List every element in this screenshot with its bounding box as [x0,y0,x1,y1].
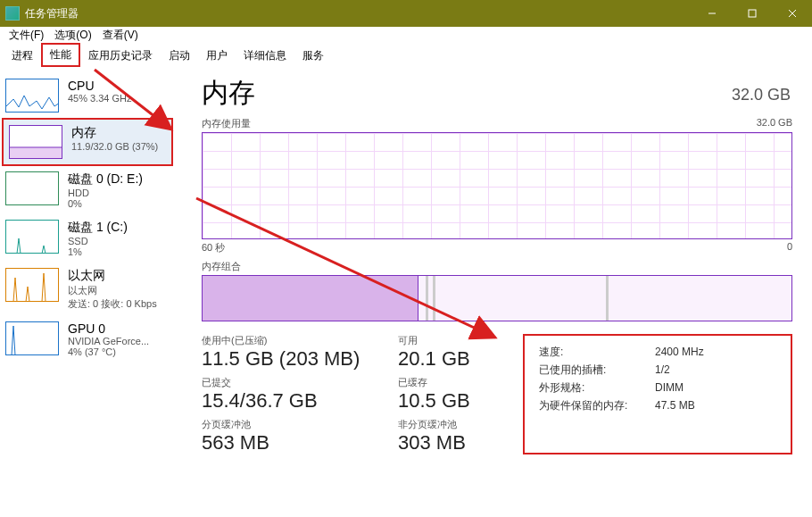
gpu-thumb-icon [5,321,59,355]
composition-tick [433,276,435,321]
menu-file[interactable]: 文件(F) [4,27,49,44]
page-title: 内存 [202,75,792,112]
slots-value: 1/2 [655,361,670,379]
menu-bar: 文件(F) 选项(O) 查看(V) [0,27,812,45]
ethernet-thumb-icon [5,268,59,302]
reserved-key: 为硬件保留的内存: [539,396,655,414]
sidebar-disk0-sub2: 0% [68,198,143,209]
sidebar-gpu-sub: NVIDIA GeForce... [68,336,149,346]
menu-options[interactable]: 选项(O) [49,27,96,44]
sidebar-item-gpu0[interactable]: GPU 0 NVIDIA GeForce... 4% (37 °C) [0,316,175,363]
sidebar-item-cpu[interactable]: CPU 45% 3.34 GHz [0,73,175,118]
paged-label: 分页缓冲池 [202,418,380,431]
usage-max: 32.0 GB [757,117,792,128]
memory-usage-chart [202,132,792,239]
tab-processes[interactable]: 进程 [4,45,41,67]
cached-value: 10.5 GB [398,389,505,413]
minimize-button[interactable] [692,0,732,27]
tab-users[interactable]: 用户 [198,45,236,67]
menu-view[interactable]: 查看(V) [97,27,144,44]
sidebar-eth-sub: 以太网 [68,284,157,297]
nonpaged-value: 303 MB [398,431,505,454]
sidebar: CPU 45% 3.34 GHz 内存 11.9/32.0 GB (37%) 磁… [0,66,175,517]
sidebar-cpu-sub: 45% 3.34 GHz [68,93,132,104]
close-button[interactable] [772,0,812,27]
in-use-label: 使用中(已压缩) [202,334,380,347]
sidebar-item-memory[interactable]: 内存 11.9/32.0 GB (37%) [2,118,173,166]
window-title: 任务管理器 [25,6,79,21]
cached-label: 已缓存 [398,376,505,389]
sidebar-item-disk0[interactable]: 磁盘 0 (D: E:) HDD 0% [0,166,175,214]
committed-value: 15.4/36.7 GB [202,389,380,413]
composition-tick [606,276,609,321]
sidebar-eth-title: 以太网 [68,268,157,284]
disk0-thumb-icon [5,171,59,205]
available-label: 可用 [398,334,505,347]
composition-used-segment [203,276,418,321]
tab-performance[interactable]: 性能 [41,43,80,67]
form-value: DIMM [655,379,684,396]
sidebar-memory-title: 内存 [71,125,158,141]
memory-capacity: 32.0 GB [732,86,791,104]
svg-rect-4 [10,147,62,159]
sidebar-eth-sub2: 发送: 0 接收: 0 Kbps [68,297,157,311]
sidebar-disk0-title: 磁盘 0 (D: E:) [68,171,143,188]
available-value: 20.1 GB [398,347,505,371]
tab-services[interactable]: 服务 [294,45,332,67]
memory-composition-chart [202,275,792,321]
disk1-thumb-icon [5,220,59,254]
title-bar: 任务管理器 [0,0,812,27]
composition-tick [426,276,428,321]
cpu-thumb-icon [5,79,59,113]
reserved-value: 47.5 MB [655,396,695,414]
sidebar-gpu-sub2: 4% (37 °C) [68,346,149,357]
sidebar-cpu-title: CPU [68,79,132,93]
speed-key: 速度: [539,343,655,361]
chart-time-left: 60 秒 [202,241,225,254]
committed-label: 已提交 [202,376,380,389]
memory-detail-box: 速度:2400 MHz 已使用的插槽:1/2 外形规格:DIMM 为硬件保留的内… [523,334,792,454]
paged-value: 563 MB [202,431,380,454]
form-key: 外形规格: [539,379,655,396]
composition-label: 内存组合 [202,260,792,273]
nonpaged-label: 非分页缓冲池 [398,418,505,431]
sidebar-memory-sub: 11.9/32.0 GB (37%) [71,141,158,152]
tab-strip: 进程 性能 应用历史记录 启动 用户 详细信息 服务 [0,45,812,66]
sidebar-disk1-sub: SSD [68,236,128,246]
sidebar-disk1-title: 磁盘 1 (C:) [68,220,128,236]
in-use-value: 11.5 GB (203 MB) [202,347,380,371]
speed-value: 2400 MHz [655,343,704,361]
svg-rect-1 [749,10,756,17]
sidebar-disk0-sub: HDD [68,188,143,198]
sidebar-gpu-title: GPU 0 [68,321,149,336]
tab-startup[interactable]: 启动 [161,45,198,67]
memory-thumb-icon [9,125,62,159]
usage-label: 内存使用量 [202,118,251,129]
sidebar-disk1-sub2: 1% [68,246,128,257]
tab-details[interactable]: 详细信息 [236,45,294,67]
window-controls [692,0,812,27]
chart-time-right: 0 [787,241,792,254]
maximize-button[interactable] [732,0,772,27]
app-icon [5,6,20,21]
slots-key: 已使用的插槽: [539,361,655,379]
tab-app-history[interactable]: 应用历史记录 [80,45,161,67]
sidebar-item-ethernet[interactable]: 以太网 以太网 发送: 0 接收: 0 Kbps [0,263,175,316]
sidebar-item-disk1[interactable]: 磁盘 1 (C:) SSD 1% [0,214,175,263]
main-panel: 内存 32.0 GB 内存使用量 32.0 GB 60 秒 0 内存组合 使用中… [175,66,812,517]
